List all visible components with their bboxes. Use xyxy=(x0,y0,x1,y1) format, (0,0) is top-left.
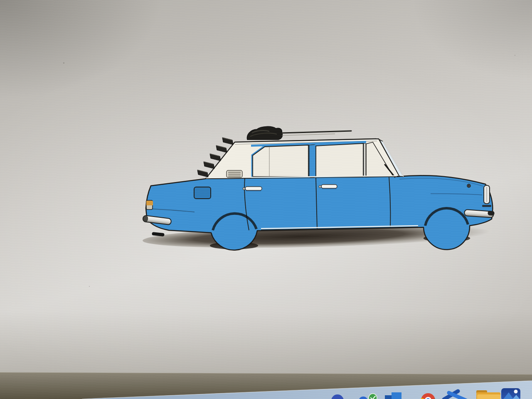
car-illustration xyxy=(140,123,495,253)
sunroof-opening-edge xyxy=(282,134,335,135)
exhaust-tip xyxy=(152,232,165,236)
vent-window-divider xyxy=(364,143,366,177)
desktop-bottom-strip xyxy=(0,366,532,399)
rear-door-window xyxy=(253,145,308,177)
fuel-door xyxy=(194,187,211,199)
grille-slot xyxy=(482,205,491,207)
rear-turn-signal xyxy=(146,200,153,209)
sunroof-rail xyxy=(282,131,351,133)
side-marker-dot xyxy=(468,185,470,187)
photos-app-icon[interactable] xyxy=(501,388,521,399)
b-pillar xyxy=(309,145,315,177)
photographed-screen xyxy=(0,0,532,399)
front-door-window xyxy=(316,143,363,177)
dust-speck xyxy=(515,55,515,56)
dust-speck xyxy=(89,286,90,287)
dust-speck xyxy=(63,62,64,64)
